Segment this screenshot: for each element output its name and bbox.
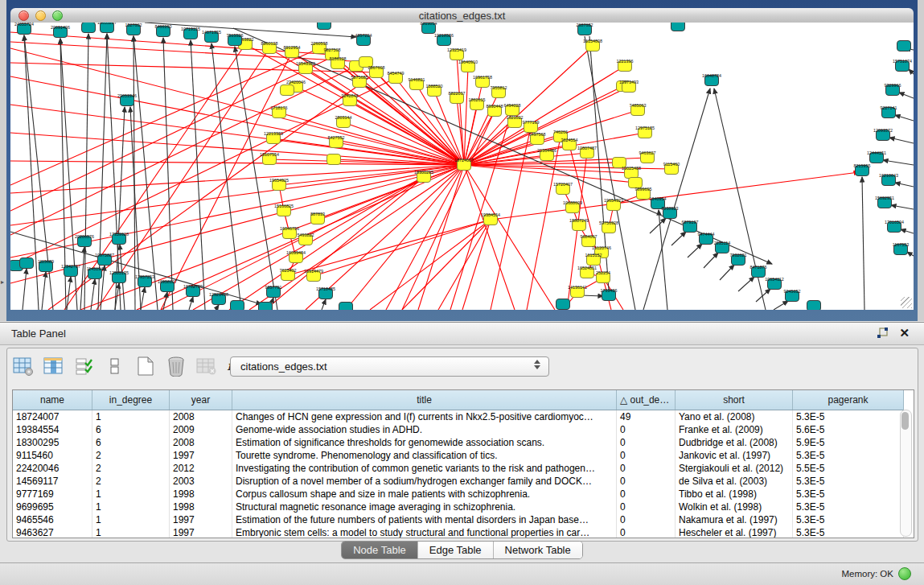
graph-node-selected[interactable]: 18300295 [414, 170, 433, 183]
graph-node-selected[interactable]: 16524851 [577, 266, 597, 278]
graph-canvas[interactable]: 1872400776638228960128891295422605389827… [10, 23, 914, 310]
graph-node-selected[interactable]: 7625402 [280, 268, 297, 281]
graph-node[interactable]: 24055724 [14, 23, 34, 35]
graph-node[interactable]: 17359928 [109, 232, 129, 245]
graph-node-selected[interactable]: 9463627 [639, 150, 656, 163]
graph-node[interactable]: 14671355 [202, 30, 221, 43]
graph-node-selected[interactable]: 16099484 [286, 250, 306, 263]
graph-node[interactable]: 12342757 [61, 264, 80, 277]
table-selector-dropdown[interactable]: citations_edges.txt [230, 356, 549, 377]
left-collapse-strip[interactable]: ▸ [0, 0, 6, 322]
graph-node[interactable]: 15692951 [875, 196, 894, 208]
column-header-short[interactable]: short [676, 390, 793, 410]
graph-node-selected[interactable]: 7485063 [630, 103, 647, 116]
graph-node-selected[interactable]: 9146821 [409, 77, 425, 90]
graph-node-selected[interactable]: 16543382 [296, 61, 315, 74]
graph-node-selected[interactable]: 12325419 [447, 47, 466, 60]
graph-node-selected[interactable]: 1221396 [617, 59, 634, 72]
graph-node[interactable]: 8215955 [854, 163, 871, 176]
graph-node-selected[interactable]: 18640910 [458, 60, 478, 72]
table-row[interactable]: 2242004622012Investigating the contribut… [13, 462, 904, 475]
graph-node-selected[interactable]: 12975185 [635, 126, 655, 138]
graph-node[interactable]: 16648784 [702, 73, 721, 86]
graph-node[interactable]: 9474444 [698, 232, 715, 245]
table-row[interactable]: 1938455462009Genome-wide association stu… [13, 423, 904, 436]
graph-node-selected[interactable]: 10807487 [577, 146, 597, 159]
graph-node-selected[interactable]: 9777169 [523, 120, 540, 133]
graph-node-selected[interactable]: 6494028 [504, 103, 521, 116]
float-panel-icon[interactable] [877, 328, 889, 340]
graph-node[interactable] [20, 258, 34, 269]
tab-edge-table[interactable]: Edge Table [418, 542, 494, 558]
graph-node-selected[interactable]: 14136141 [568, 285, 587, 298]
graph-node-selected[interactable]: 18724007 [454, 158, 474, 171]
table-row[interactable]: 911546021997Tourette syndrome. Phenomeno… [13, 449, 904, 462]
graph-node[interactable]: 15718485 [316, 286, 335, 299]
show-column-icon[interactable] [43, 355, 65, 377]
table-vertical-scrollbar[interactable] [900, 410, 912, 537]
memory-status-led[interactable] [898, 567, 911, 580]
graph-node[interactable] [897, 41, 911, 51]
close-panel-icon[interactable]: ✕ [899, 326, 910, 340]
window-resize-grip[interactable] [901, 297, 912, 308]
graph-node[interactable]: 1115689 [38, 259, 54, 272]
graph-node-selected[interactable]: 6497568 [529, 132, 546, 145]
new-table-icon[interactable] [134, 355, 157, 377]
graph-node-selected[interactable]: 12213389 [264, 131, 283, 144]
graph-node-selected[interactable]: 15720407 [553, 182, 573, 195]
graph-node[interactable]: 1733426 [601, 288, 618, 301]
graph-node[interactable]: 10654112 [765, 277, 784, 290]
graph-node[interactable] [556, 299, 570, 310]
table-row[interactable]: 1872400712008Changes of HCN gene express… [13, 410, 904, 424]
table-row[interactable]: 1456911722003Disruption of a novel membe… [13, 475, 904, 488]
graph-node[interactable]: 16210643 [879, 173, 898, 186]
graph-node[interactable]: 12923448 [209, 292, 228, 305]
graph-node[interactable]: 8466160 [155, 24, 172, 37]
graph-node-selected[interactable]: 5493822 [298, 233, 314, 245]
graph-node-selected[interactable]: 9115460 [663, 162, 680, 175]
graph-node[interactable]: 4857224 [355, 33, 372, 46]
graph-node-selected[interactable]: 8427552 [328, 135, 345, 148]
graph-node-selected[interactable]: 16154808 [583, 39, 602, 51]
column-header-pagerank[interactable]: pagerank [793, 390, 904, 410]
scrollbar-thumb[interactable] [901, 412, 909, 430]
graph-node-selected[interactable]: 16961758 [473, 75, 492, 88]
graph-node[interactable] [807, 301, 821, 311]
graph-node[interactable] [231, 301, 244, 311]
graph-node-selected[interactable]: 10688609 [563, 200, 582, 213]
table-row[interactable]: 977716911998Corpus callosum shape and si… [13, 488, 904, 501]
graph-node-selected[interactable]: 8186328 [330, 56, 347, 69]
graph-node-selected[interactable]: 8454749 [388, 71, 405, 84]
graph-node[interactable]: 20691406 [51, 25, 70, 38]
graph-node[interactable]: 1167553 [893, 242, 910, 255]
graph-node[interactable]: 10719155 [181, 27, 200, 39]
graph-node-selected[interactable]: 59756928 [599, 220, 618, 233]
column-header-name[interactable]: name [13, 390, 92, 410]
graph-node[interactable] [259, 303, 273, 311]
graph-node[interactable]: 9227141 [881, 105, 897, 118]
graph-node[interactable]: 2687682 [577, 23, 593, 35]
graph-node-selected[interactable]: 1862615 [469, 97, 486, 110]
graph-node[interactable] [339, 303, 353, 311]
right-collapse-strip[interactable] [918, 0, 924, 322]
table-header-row[interactable]: namein_degreeyeartitle△ out_de…shortpage… [13, 390, 904, 410]
graph-node-selected[interactable]: 887833 [310, 212, 325, 225]
graph-node-selected[interactable]: 8822037 [449, 91, 466, 104]
graph-node[interactable]: 12505135 [109, 270, 129, 283]
graph-node[interactable]: 8471876 [750, 265, 767, 278]
graph-node-selected[interactable]: 1588520 [426, 84, 443, 97]
graph-node[interactable]: 1145194 [87, 266, 104, 279]
node-table[interactable]: namein_degreeyeartitle△ out_de…shortpage… [12, 389, 914, 538]
graph-node[interactable]: 12444151 [867, 150, 886, 163]
tab-node-table[interactable]: Node Table [342, 542, 418, 558]
graph-node-selected[interactable]: 252254 [596, 270, 610, 283]
graph-node-selected[interactable]: 16914479 [304, 269, 323, 282]
graph-node-selected[interactable]: 19654925 [269, 178, 289, 191]
graph-node[interactable]: 16053809 [314, 23, 334, 30]
graph-node[interactable]: 8813054 [421, 23, 437, 34]
table-settings-icon[interactable] [12, 355, 35, 377]
graph-node-selected[interactable]: 15166825 [274, 204, 294, 216]
row-height-icon[interactable] [104, 355, 126, 377]
graph-node[interactable]: 7932621 [730, 253, 747, 266]
select-rows-icon[interactable] [73, 355, 96, 377]
